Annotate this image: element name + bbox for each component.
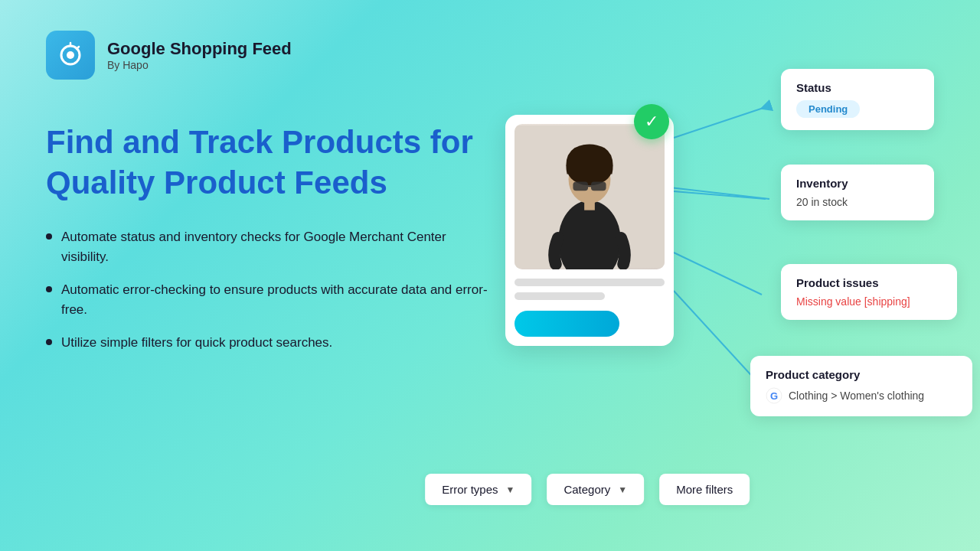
google-logo-icon: G [766,387,782,404]
error-types-label: Error types [442,483,498,496]
svg-rect-15 [591,181,606,191]
feature-item-2: Automatic error-checking to ensure produ… [46,280,490,319]
headline-line1: Find and Track Products for [46,124,473,160]
more-filters-button[interactable]: More filters [659,474,750,505]
page-container: Google Shopping Feed By Hapo Find and Tr… [0,0,980,551]
feature-text-2: Automatic error-checking to ensure produ… [61,280,490,319]
bullet-2 [46,286,52,292]
issues-title: Product issues [796,276,942,289]
feature-item-3: Utilize simple filters for quick product… [46,333,490,353]
product-person-svg [514,124,665,269]
svg-point-1 [67,51,74,59]
product-category-card: Product category G Clothing > Women's cl… [750,356,972,416]
svg-rect-13 [584,198,595,210]
inventory-card: Inventory 20 in stock [781,165,934,220]
error-types-button[interactable]: Error types ▼ [425,474,531,505]
app-logo [46,31,95,80]
svg-rect-14 [573,181,588,191]
product-line-short [514,292,605,300]
svg-text:G: G [770,390,778,402]
product-issues-card: Product issues Missing value [shipping] [781,264,957,320]
inventory-value: 20 in stock [796,196,919,208]
right-content: ✓ Status Pending Inventory 20 in stock P… [444,38,980,513]
features-list: Automate status and inventory checks for… [46,227,490,353]
category-filter-label: Category [564,483,610,496]
svg-line-7 [674,253,762,295]
category-filter-button[interactable]: Category ▼ [547,474,644,505]
feature-text-3: Utilize simple filters for quick product… [61,333,332,353]
product-card [505,115,674,346]
svg-line-5 [674,191,766,199]
issues-value: Missing value [shipping] [796,295,942,308]
bullet-1 [46,233,52,240]
status-title: Status [796,81,919,94]
headline-line2: Quality Product Feeds [46,165,387,201]
svg-line-3 [77,47,79,49]
app-title-group: Google Shopping Feed By Hapo [107,39,292,71]
svg-line-8 [674,291,758,383]
status-pending-badge: Pending [796,100,860,118]
app-title: Google Shopping Feed [107,39,292,59]
category-title: Product category [766,368,957,381]
product-image [514,124,665,269]
product-lines [514,279,665,300]
error-types-chevron-icon: ▼ [506,484,515,495]
feature-text-1: Automate status and inventory checks for… [61,227,490,266]
bullet-3 [46,339,52,345]
category-row: G Clothing > Women's clothing [766,387,957,404]
more-filters-label: More filters [676,483,733,496]
checkmark-badge: ✓ [634,104,669,139]
status-card: Status Pending [781,69,934,130]
inventory-title: Inventory [796,177,919,190]
product-line-long [514,279,665,286]
category-value: Clothing > Women's clothing [789,390,924,402]
svg-line-6 [670,187,769,199]
left-content: Find and Track Products for Quality Prod… [46,122,490,353]
product-cta-button [514,311,619,337]
hero-headline: Find and Track Products for Quality Prod… [46,122,490,203]
svg-line-4 [674,107,766,138]
filter-bar: Error types ▼ Category ▼ More filters [425,474,750,505]
app-subtitle: By Hapo [107,59,292,71]
feature-item-1: Automate status and inventory checks for… [46,227,490,266]
category-chevron-icon: ▼ [618,484,627,495]
